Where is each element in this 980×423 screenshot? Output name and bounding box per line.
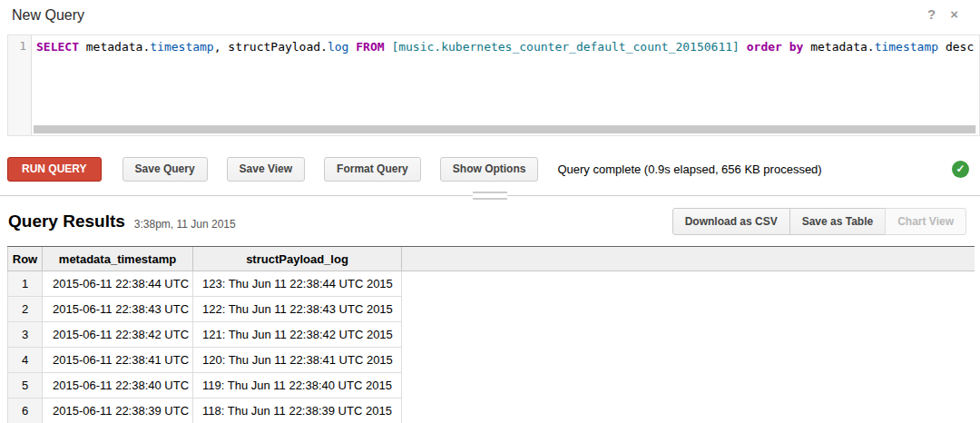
cell-structpayload-log: 118: Thu Jun 11 22:38:39 UTC 2015: [193, 398, 402, 423]
sql-token: [782, 40, 789, 54]
sql-token: timestamp: [150, 40, 213, 54]
page-title: New Query: [12, 7, 84, 24]
table-row: 4 2015-06-11 22:38:41 UTC 120: Thu Jun 1…: [7, 348, 402, 373]
cell-row-number: 4: [8, 348, 43, 372]
cell-structpayload-log: 121: Thu Jun 11 22:38:42 UTC 2015: [193, 322, 402, 347]
cell-metadata-timestamp: 2015-06-11 22:38:40 UTC: [43, 373, 193, 398]
cell-metadata-timestamp: 2015-06-11 22:38:43 UTC: [43, 297, 193, 321]
sql-token: order: [747, 40, 782, 54]
column-header-structpayload-log: structPayload_log: [193, 247, 402, 271]
sql-token: metadata.: [803, 40, 874, 54]
splitter-grip-handle[interactable]: [473, 192, 507, 200]
results-table: Row metadata_timestamp structPayload_log…: [7, 246, 975, 423]
cell-structpayload-log: 119: Thu Jun 11 22:38:40 UTC 2015: [193, 373, 402, 398]
results-actions-group: Download as CSV Save as Table Chart View: [672, 208, 966, 235]
cell-row-number: 2: [8, 297, 43, 321]
close-icon[interactable]: ×: [950, 7, 958, 22]
column-header-metadata-timestamp: metadata_timestamp: [43, 247, 193, 271]
save-as-table-button[interactable]: Save as Table: [789, 208, 887, 235]
run-query-button[interactable]: RUN QUERY: [7, 157, 102, 182]
chart-view-button: Chart View: [885, 208, 966, 235]
panel-splitter: [0, 192, 980, 200]
cell-row-number: 6: [8, 398, 43, 423]
cell-structpayload-log: 122: Thu Jun 11 22:38:43 UTC 2015: [193, 297, 402, 321]
cell-structpayload-log: 123: Thu Jun 11 22:38:44 UTC 2015: [193, 271, 402, 296]
download-csv-button[interactable]: Download as CSV: [672, 208, 790, 235]
sql-token: , structPayload.: [214, 40, 328, 54]
save-view-button[interactable]: Save View: [227, 157, 306, 182]
results-timestamp: 3:38pm, 11 Jun 2015: [134, 218, 236, 231]
editor-hscrollbar-track: [34, 125, 976, 133]
sql-token: [music.kubernetes_counter_default_count_…: [391, 40, 740, 54]
editor-gutter: 1: [8, 35, 32, 135]
query-toolbar: RUN QUERY Save Query Save View Format Qu…: [7, 156, 969, 182]
sql-token: timestamp: [875, 40, 938, 54]
table-row: 2 2015-06-11 22:38:43 UTC 122: Thu Jun 1…: [7, 297, 402, 322]
window-icons: ? ×: [927, 7, 958, 22]
column-header-row: Row: [8, 247, 43, 271]
cell-metadata-timestamp: 2015-06-11 22:38:39 UTC: [43, 398, 193, 423]
sql-query-editor[interactable]: 1 SELECT metadata.timestamp, structPaylo…: [7, 34, 980, 136]
table-row: 3 2015-06-11 22:38:42 UTC 121: Thu Jun 1…: [7, 322, 402, 348]
query-status-text: Query complete (0.9s elapsed, 656 KB pro…: [557, 162, 821, 176]
results-header: Query Results 3:38pm, 11 Jun 2015 Downlo…: [8, 206, 966, 237]
sql-token: SELECT: [36, 40, 79, 54]
success-check-icon: ✓: [952, 161, 969, 178]
cell-structpayload-log: 120: Thu Jun 11 22:38:41 UTC 2015: [193, 348, 402, 372]
panel-titlebar: New Query ? ×: [0, 0, 980, 29]
sql-token: by: [789, 40, 804, 54]
line-number: 1: [19, 39, 26, 53]
table-row: 6 2015-06-11 22:38:39 UTC 118: Thu Jun 1…: [7, 398, 402, 423]
table-row: 5 2015-06-11 22:38:40 UTC 119: Thu Jun 1…: [7, 373, 402, 398]
sql-token: metadata.: [79, 40, 150, 54]
column-header-filler: [402, 247, 975, 271]
sql-token: desc: [938, 40, 974, 54]
sql-token: [740, 40, 747, 54]
show-options-button[interactable]: Show Options: [440, 157, 539, 182]
cell-metadata-timestamp: 2015-06-11 22:38:42 UTC: [43, 322, 193, 347]
format-query-button[interactable]: Format Query: [324, 157, 421, 182]
sql-code-line[interactable]: SELECT metadata.timestamp, structPayload…: [32, 35, 979, 135]
cell-metadata-timestamp: 2015-06-11 22:38:41 UTC: [43, 348, 193, 372]
save-query-button[interactable]: Save Query: [122, 157, 208, 182]
results-title: Query Results: [8, 212, 125, 231]
cell-row-number: 3: [8, 322, 43, 347]
cell-metadata-timestamp: 2015-06-11 22:38:44 UTC: [43, 271, 193, 296]
editor-hscrollbar-thumb[interactable]: [34, 125, 975, 133]
sql-token: FROM: [356, 40, 384, 54]
help-icon[interactable]: ?: [927, 7, 936, 22]
cell-row-number: 5: [8, 373, 43, 398]
table-header-row: Row metadata_timestamp structPayload_log: [7, 247, 975, 271]
sql-token: log: [328, 40, 348, 54]
cell-row-number: 1: [8, 271, 43, 296]
table-body: 1 2015-06-11 22:38:44 UTC 123: Thu Jun 1…: [7, 271, 975, 423]
table-row: 1 2015-06-11 22:38:44 UTC 123: Thu Jun 1…: [7, 271, 402, 297]
